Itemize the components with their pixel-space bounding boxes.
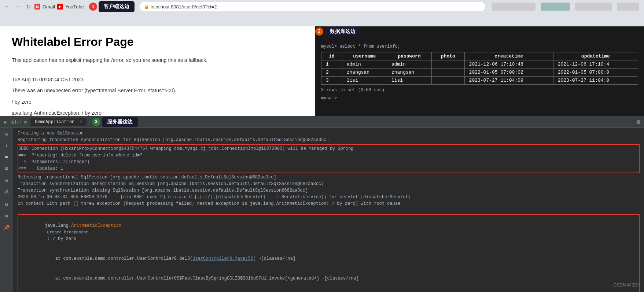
cell-password-3: lisi <box>387 77 431 85</box>
cell-id-3: 3 <box>321 77 342 85</box>
cell-id-1: 1 <box>321 60 342 69</box>
mysql-row-1: 1 admin admin 2021-12-06 17:10:48 2021-1… <box>321 60 638 69</box>
reload-button[interactable]: ↻ <box>24 3 32 11</box>
cell-id-2: 2 <box>321 69 342 77</box>
log-error: 2023-08-15 00:03:04.055 ERROR 3276 --- [… <box>18 194 640 200</box>
cell-username-3: lisi <box>342 77 387 85</box>
settings-icon[interactable]: ⚙ <box>637 118 640 126</box>
cell-createtime-1: 2021-12-06 17:10:48 <box>464 60 553 69</box>
cell-photo-3 <box>432 77 464 85</box>
mysql-row-2: 2 zhangsan zhangsan 2022-01-05 07:00:02 … <box>321 69 638 77</box>
stop-icon[interactable]: ■ <box>3 154 10 162</box>
col-username: username <box>342 52 387 60</box>
log-blank <box>18 207 640 214</box>
create-breakpoint-label[interactable]: Create breakpoint <box>45 230 88 234</box>
annotation-db-label: 数据库这边 <box>330 29 356 34</box>
lock-icon: 🔒 <box>144 4 149 9</box>
list-icon[interactable]: ≡ <box>3 166 10 173</box>
print-icon[interactable]: ⎙ <box>3 189 10 197</box>
ide-tab-demo[interactable]: DemoApplication × <box>30 118 86 126</box>
annotation-db-container: 2 数据库这边 <box>315 26 361 37</box>
cell-username-1: admin <box>342 60 387 69</box>
exception-class-name: ArithmeticException <box>71 223 121 228</box>
link-usercontroller[interactable]: UserController0.java:56 <box>192 256 253 261</box>
error-body: This application has no explicit mapping… <box>12 56 303 117</box>
cell-password-1: admin <box>387 60 431 69</box>
log-exception-class: java.lang.ArithmeticException Create bre… <box>18 216 639 249</box>
ide-toolbar: ▶ 运行: ▶ DemoApplication × 3 服务器这边 ⚙ <box>0 116 644 128</box>
error-line4: / by zero <box>12 98 303 106</box>
back-button[interactable]: ← <box>4 3 12 11</box>
annotation-client-container: 1 客户端这边 <box>89 1 135 12</box>
ide-sidebar: ↺ ↓ ■ ≡ ⊙ ⎙ ⊟ ⊞ 📌 <box>0 128 13 292</box>
cell-photo-1 <box>432 60 464 69</box>
app-run-icon: ▶ <box>25 119 27 125</box>
ide-tab-label: DemoApplication <box>35 119 74 125</box>
blurred-tab-2 <box>541 3 570 11</box>
badge-2: 2 <box>315 27 323 36</box>
log-line-1: Creating a new SqlSession <box>18 130 640 137</box>
mysql-header-row: id username password photo createtime up… <box>321 52 638 60</box>
blurred-tab-1 <box>492 3 536 11</box>
log-context: in context with path [] threw exception … <box>18 200 640 207</box>
cell-username-2: zhangsan <box>342 69 387 77</box>
cell-updatetime-3: 2023-07-27 11:04:0 <box>553 77 638 85</box>
error-line1: This application has no explicit mapping… <box>12 56 303 64</box>
badge-1: 1 <box>89 3 97 11</box>
mysql-prompt2: mysql> <box>321 96 638 101</box>
annotation-client-label: 客户端这边 <box>104 3 129 9</box>
forward-button[interactable]: → <box>14 3 22 11</box>
mysql-table: id username password photo createtime up… <box>321 52 638 85</box>
col-id: id <box>321 52 342 60</box>
ide-panel: ▶ 运行: ▶ DemoApplication × 3 服务器这边 ⚙ ↺ ↓ … <box>0 116 644 292</box>
url-text: localhost:8081/user0/del3?id=2 <box>151 4 217 10</box>
log-deregister: Transaction synchronization deregisterin… <box>18 181 640 187</box>
refresh-icon[interactable]: ↺ <box>3 131 10 138</box>
log-updates: <== Updates: 1 <box>18 165 639 172</box>
gmail-tab-label[interactable]: Gmail <box>43 4 55 10</box>
gmail-favicon: M <box>34 4 40 10</box>
pin-icon[interactable]: 📌 <box>3 225 10 232</box>
error-line5: java.lang.ArithmeticException: / by zero <box>12 109 303 117</box>
log-line-2: Registering transaction synchronization … <box>18 137 640 143</box>
log-closing: Transaction synchronization closing SqlS… <box>18 187 640 194</box>
annotation-server-container: 3 服务器这边 <box>92 117 138 127</box>
jdbc-block: JDBC Connection [HikariProxyConnection@1… <box>18 144 640 173</box>
youtube-tab-label[interactable]: YouTube <box>65 4 84 10</box>
youtube-favicon: ▶ <box>57 4 63 10</box>
log-at-3: at org.springframework.cglib.proxy.Metho… <box>18 288 639 292</box>
blurred-tab-3 <box>575 3 612 11</box>
exception-message: : / by zero <box>45 236 76 241</box>
annotation-server: 服务器这边 <box>102 117 138 127</box>
run-label: 运行: <box>10 119 22 125</box>
col-photo: photo <box>432 52 464 60</box>
log-releasing: Releasing transactional SqlSession [org.… <box>18 174 640 181</box>
camera-icon[interactable]: ⊙ <box>3 178 10 185</box>
log-at-2: at com.example.demo.controller.UserContr… <box>18 269 639 288</box>
cell-photo-2 <box>432 69 464 77</box>
browser-chrome: ← → ↻ M Gmail ▶ YouTube 1 客户端这边 🔒 localh… <box>0 0 644 26</box>
log-at-1: at com.example.demo.controller.UserContr… <box>18 249 639 269</box>
log-preparing: ==> Preparing: delete from userinfo wher… <box>18 152 639 159</box>
download-icon[interactable]: ↓ <box>3 143 10 150</box>
run-icon: ▶ <box>4 118 7 126</box>
terminal-icon[interactable]: ⊟ <box>3 201 10 208</box>
cell-updatetime-1: 2021-12-06 17:10:4 <box>553 60 638 69</box>
col-createtime: createtime <box>464 52 553 60</box>
mysql-row-3: 3 lisi lisi 2023-07-27 11:04:09 2023-07-… <box>321 77 638 85</box>
col-password: password <box>387 52 431 60</box>
mysql-content: mysql> select * from userinfo; id userna… <box>321 44 638 101</box>
blurred-tab-4 <box>617 3 639 11</box>
csdn-watermark: CSDN @安昂 <box>613 282 640 288</box>
col-updatetime: updatetime <box>553 52 638 60</box>
grid-icon[interactable]: ⊞ <box>3 213 10 220</box>
cell-createtime-2: 2022-01-05 07:00:02 <box>464 69 553 77</box>
ide-tab-close[interactable]: × <box>80 119 82 125</box>
mysql-prompt1: mysql> select * from userinfo; <box>321 44 638 49</box>
cell-password-2: zhangsan <box>387 69 431 77</box>
ide-content: ↺ ↓ ■ ≡ ⊙ ⎙ ⊟ ⊞ 📌 Creating a new SqlSess… <box>0 128 644 292</box>
error-line2: Tue Aug 15 00:03:04 CST 2023 <box>12 75 303 84</box>
address-bar[interactable]: 🔒 localhost:8081/user0/del3?id=2 <box>140 2 485 11</box>
badge-3: 3 <box>92 118 100 126</box>
error-line3: There was an unexpected error (type=Inte… <box>12 86 303 95</box>
